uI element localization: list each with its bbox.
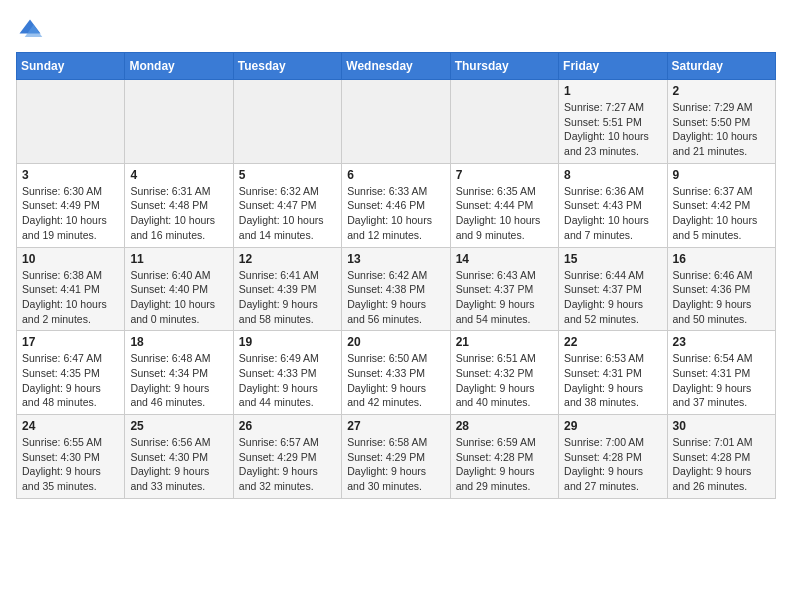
- day-number: 7: [456, 168, 553, 182]
- day-number: 17: [22, 335, 119, 349]
- day-header-monday: Monday: [125, 53, 233, 80]
- day-info: Sunrise: 6:32 AM Sunset: 4:47 PM Dayligh…: [239, 184, 336, 243]
- calendar-cell: 11Sunrise: 6:40 AM Sunset: 4:40 PM Dayli…: [125, 247, 233, 331]
- day-header-wednesday: Wednesday: [342, 53, 450, 80]
- day-number: 14: [456, 252, 553, 266]
- calendar-header: SundayMondayTuesdayWednesdayThursdayFrid…: [17, 53, 776, 80]
- calendar-cell: 1Sunrise: 7:27 AM Sunset: 5:51 PM Daylig…: [559, 80, 667, 164]
- day-info: Sunrise: 6:58 AM Sunset: 4:29 PM Dayligh…: [347, 435, 444, 494]
- day-info: Sunrise: 7:27 AM Sunset: 5:51 PM Dayligh…: [564, 100, 661, 159]
- day-number: 5: [239, 168, 336, 182]
- calendar-cell: 6Sunrise: 6:33 AM Sunset: 4:46 PM Daylig…: [342, 163, 450, 247]
- day-info: Sunrise: 7:01 AM Sunset: 4:28 PM Dayligh…: [673, 435, 770, 494]
- day-header-tuesday: Tuesday: [233, 53, 341, 80]
- calendar-cell: 21Sunrise: 6:51 AM Sunset: 4:32 PM Dayli…: [450, 331, 558, 415]
- day-number: 6: [347, 168, 444, 182]
- day-info: Sunrise: 6:41 AM Sunset: 4:39 PM Dayligh…: [239, 268, 336, 327]
- calendar-cell: 29Sunrise: 7:00 AM Sunset: 4:28 PM Dayli…: [559, 415, 667, 499]
- day-info: Sunrise: 6:35 AM Sunset: 4:44 PM Dayligh…: [456, 184, 553, 243]
- day-number: 28: [456, 419, 553, 433]
- day-number: 1: [564, 84, 661, 98]
- day-info: Sunrise: 6:56 AM Sunset: 4:30 PM Dayligh…: [130, 435, 227, 494]
- day-info: Sunrise: 6:50 AM Sunset: 4:33 PM Dayligh…: [347, 351, 444, 410]
- day-number: 2: [673, 84, 770, 98]
- calendar-cell: 19Sunrise: 6:49 AM Sunset: 4:33 PM Dayli…: [233, 331, 341, 415]
- day-number: 21: [456, 335, 553, 349]
- day-info: Sunrise: 7:29 AM Sunset: 5:50 PM Dayligh…: [673, 100, 770, 159]
- calendar-cell: 10Sunrise: 6:38 AM Sunset: 4:41 PM Dayli…: [17, 247, 125, 331]
- day-info: Sunrise: 6:53 AM Sunset: 4:31 PM Dayligh…: [564, 351, 661, 410]
- day-number: 25: [130, 419, 227, 433]
- day-info: Sunrise: 6:55 AM Sunset: 4:30 PM Dayligh…: [22, 435, 119, 494]
- day-info: Sunrise: 6:54 AM Sunset: 4:31 PM Dayligh…: [673, 351, 770, 410]
- calendar-cell: 15Sunrise: 6:44 AM Sunset: 4:37 PM Dayli…: [559, 247, 667, 331]
- day-info: Sunrise: 6:43 AM Sunset: 4:37 PM Dayligh…: [456, 268, 553, 327]
- day-number: 10: [22, 252, 119, 266]
- calendar-cell: 8Sunrise: 6:36 AM Sunset: 4:43 PM Daylig…: [559, 163, 667, 247]
- day-number: 12: [239, 252, 336, 266]
- day-info: Sunrise: 6:37 AM Sunset: 4:42 PM Dayligh…: [673, 184, 770, 243]
- day-number: 19: [239, 335, 336, 349]
- day-number: 20: [347, 335, 444, 349]
- day-number: 4: [130, 168, 227, 182]
- calendar-cell: 14Sunrise: 6:43 AM Sunset: 4:37 PM Dayli…: [450, 247, 558, 331]
- calendar-cell: 26Sunrise: 6:57 AM Sunset: 4:29 PM Dayli…: [233, 415, 341, 499]
- week-row-4: 17Sunrise: 6:47 AM Sunset: 4:35 PM Dayli…: [17, 331, 776, 415]
- day-header-sunday: Sunday: [17, 53, 125, 80]
- week-row-1: 1Sunrise: 7:27 AM Sunset: 5:51 PM Daylig…: [17, 80, 776, 164]
- calendar-cell: 20Sunrise: 6:50 AM Sunset: 4:33 PM Dayli…: [342, 331, 450, 415]
- calendar-cell: 12Sunrise: 6:41 AM Sunset: 4:39 PM Dayli…: [233, 247, 341, 331]
- day-number: 16: [673, 252, 770, 266]
- day-info: Sunrise: 7:00 AM Sunset: 4:28 PM Dayligh…: [564, 435, 661, 494]
- calendar-cell: 18Sunrise: 6:48 AM Sunset: 4:34 PM Dayli…: [125, 331, 233, 415]
- week-row-3: 10Sunrise: 6:38 AM Sunset: 4:41 PM Dayli…: [17, 247, 776, 331]
- day-number: 3: [22, 168, 119, 182]
- calendar-cell: 24Sunrise: 6:55 AM Sunset: 4:30 PM Dayli…: [17, 415, 125, 499]
- week-row-2: 3Sunrise: 6:30 AM Sunset: 4:49 PM Daylig…: [17, 163, 776, 247]
- calendar-cell: 17Sunrise: 6:47 AM Sunset: 4:35 PM Dayli…: [17, 331, 125, 415]
- day-header-thursday: Thursday: [450, 53, 558, 80]
- day-info: Sunrise: 6:57 AM Sunset: 4:29 PM Dayligh…: [239, 435, 336, 494]
- day-info: Sunrise: 6:59 AM Sunset: 4:28 PM Dayligh…: [456, 435, 553, 494]
- logo-icon: [16, 16, 44, 44]
- day-number: 30: [673, 419, 770, 433]
- calendar-cell: 28Sunrise: 6:59 AM Sunset: 4:28 PM Dayli…: [450, 415, 558, 499]
- day-info: Sunrise: 6:33 AM Sunset: 4:46 PM Dayligh…: [347, 184, 444, 243]
- day-header-saturday: Saturday: [667, 53, 775, 80]
- day-number: 15: [564, 252, 661, 266]
- day-info: Sunrise: 6:47 AM Sunset: 4:35 PM Dayligh…: [22, 351, 119, 410]
- day-info: Sunrise: 6:38 AM Sunset: 4:41 PM Dayligh…: [22, 268, 119, 327]
- calendar-body: 1Sunrise: 7:27 AM Sunset: 5:51 PM Daylig…: [17, 80, 776, 499]
- calendar-cell: 2Sunrise: 7:29 AM Sunset: 5:50 PM Daylig…: [667, 80, 775, 164]
- calendar-cell: 9Sunrise: 6:37 AM Sunset: 4:42 PM Daylig…: [667, 163, 775, 247]
- calendar-cell: 22Sunrise: 6:53 AM Sunset: 4:31 PM Dayli…: [559, 331, 667, 415]
- day-info: Sunrise: 6:51 AM Sunset: 4:32 PM Dayligh…: [456, 351, 553, 410]
- day-number: 8: [564, 168, 661, 182]
- calendar-cell: 3Sunrise: 6:30 AM Sunset: 4:49 PM Daylig…: [17, 163, 125, 247]
- day-info: Sunrise: 6:49 AM Sunset: 4:33 PM Dayligh…: [239, 351, 336, 410]
- day-number: 29: [564, 419, 661, 433]
- day-info: Sunrise: 6:36 AM Sunset: 4:43 PM Dayligh…: [564, 184, 661, 243]
- day-number: 18: [130, 335, 227, 349]
- day-info: Sunrise: 6:40 AM Sunset: 4:40 PM Dayligh…: [130, 268, 227, 327]
- day-number: 23: [673, 335, 770, 349]
- logo: [16, 16, 48, 44]
- day-number: 11: [130, 252, 227, 266]
- calendar-cell: 30Sunrise: 7:01 AM Sunset: 4:28 PM Dayli…: [667, 415, 775, 499]
- calendar-cell: 25Sunrise: 6:56 AM Sunset: 4:30 PM Dayli…: [125, 415, 233, 499]
- day-number: 9: [673, 168, 770, 182]
- calendar-cell: [450, 80, 558, 164]
- header-row: SundayMondayTuesdayWednesdayThursdayFrid…: [17, 53, 776, 80]
- day-number: 24: [22, 419, 119, 433]
- page-header: [16, 16, 776, 44]
- calendar-table: SundayMondayTuesdayWednesdayThursdayFrid…: [16, 52, 776, 499]
- calendar-cell: 5Sunrise: 6:32 AM Sunset: 4:47 PM Daylig…: [233, 163, 341, 247]
- day-header-friday: Friday: [559, 53, 667, 80]
- day-number: 26: [239, 419, 336, 433]
- calendar-cell: 23Sunrise: 6:54 AM Sunset: 4:31 PM Dayli…: [667, 331, 775, 415]
- calendar-cell: 4Sunrise: 6:31 AM Sunset: 4:48 PM Daylig…: [125, 163, 233, 247]
- calendar-cell: [342, 80, 450, 164]
- calendar-cell: 13Sunrise: 6:42 AM Sunset: 4:38 PM Dayli…: [342, 247, 450, 331]
- calendar-cell: [17, 80, 125, 164]
- day-info: Sunrise: 6:31 AM Sunset: 4:48 PM Dayligh…: [130, 184, 227, 243]
